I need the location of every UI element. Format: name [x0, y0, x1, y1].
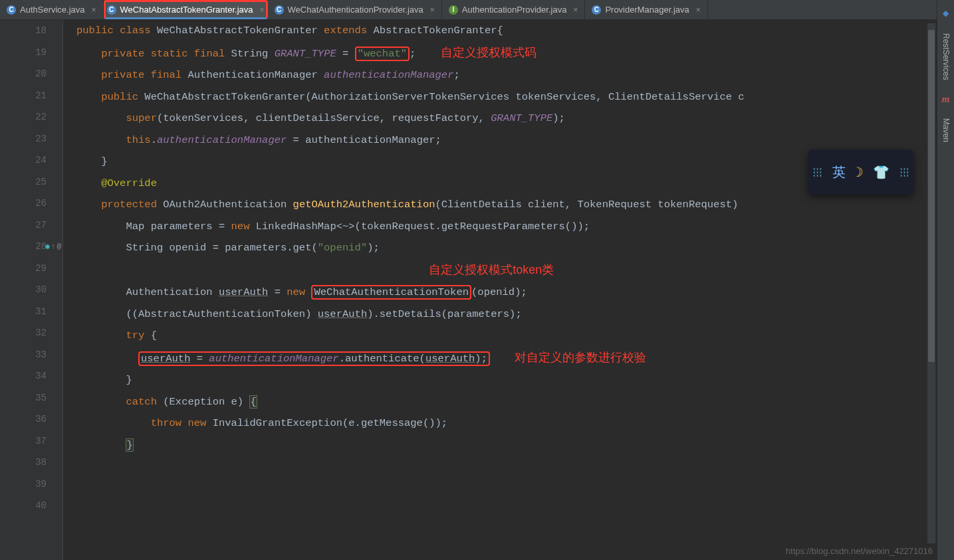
moon-icon[interactable]: ☽: [855, 164, 863, 181]
code-line: try {: [76, 325, 954, 347]
logo-icon: ◆: [943, 7, 949, 20]
code-line: String openid = parameters.get("openid")…: [76, 237, 954, 259]
line-number: 28◉↑@: [0, 236, 47, 258]
chevron-right-icon: ›››››››››: [899, 167, 909, 177]
code-line: super(tokenServices, clientDetailsServic…: [76, 108, 954, 130]
line-number: 25: [0, 171, 47, 193]
chevron-left-icon: ‹‹‹‹‹‹‹‹‹: [812, 167, 822, 177]
vertical-scrollbar[interactable]: [927, 23, 935, 543]
close-icon[interactable]: ×: [260, 5, 265, 15]
line-number: 22: [0, 106, 47, 128]
right-tool-window-bar: ◆ RestServices m Maven: [937, 0, 954, 560]
close-icon[interactable]: ×: [92, 5, 96, 15]
line-number: 38: [0, 452, 47, 474]
code-editor[interactable]: public class WeChatAbstractTokenGranter …: [63, 20, 954, 560]
code-line: }: [76, 434, 954, 456]
code-line: Map parameters = new LinkedHashMap<~>(to…: [76, 216, 954, 238]
class-icon: C: [7, 5, 16, 15]
tab-label: WeChatAbstractTokenGranter.java: [120, 5, 253, 15]
interface-icon: I: [449, 5, 458, 15]
close-icon[interactable]: ×: [430, 5, 435, 15]
code-line: 自定义授权模式token类: [76, 259, 954, 282]
line-number: 23: [0, 128, 47, 150]
line-number: 30: [0, 279, 47, 301]
class-icon: C: [592, 5, 601, 15]
line-number: 36: [0, 409, 47, 430]
code-line: public class WeChatAbstractTokenGranter …: [76, 20, 954, 42]
line-number: 26: [0, 193, 47, 215]
class-icon: C: [275, 5, 284, 15]
line-number: 29: [0, 258, 47, 280]
code-line: throw new InvalidGrantException(e.getMes…: [76, 413, 954, 434]
line-number: 39: [0, 474, 47, 496]
code-line: ((AbstractAuthenticationToken) userAuth)…: [76, 304, 954, 326]
line-number: 20: [0, 63, 47, 85]
editor-tabs: C AuthService.java × C WeChatAbstractTok…: [0, 0, 954, 20]
tab-label: ProviderManager.java: [605, 5, 689, 15]
code-line: Authentication userAuth = new WeChatAuth…: [76, 282, 954, 304]
line-number: 40: [0, 495, 47, 517]
line-number: 31: [0, 301, 47, 323]
scrollbar-thumb[interactable]: [928, 30, 935, 362]
ime-floating-widget[interactable]: ‹‹‹‹‹‹‹‹‹ 英 ☽ 👕 ›››››››››: [808, 149, 914, 195]
tab-authservice[interactable]: C AuthService.java ×: [0, 0, 104, 19]
code-line: private final AuthenticationManager auth…: [76, 64, 954, 86]
override-gutter-icon[interactable]: ◉↑@: [45, 236, 61, 258]
line-number: 33: [0, 344, 47, 366]
code-line: userAuth = authenticationManager.authent…: [76, 347, 954, 370]
tab-label: AuthService.java: [20, 5, 85, 15]
line-number: 18: [0, 20, 47, 42]
line-number: 19: [0, 42, 47, 64]
skin-icon[interactable]: 👕: [873, 164, 890, 181]
tab-auth-provider[interactable]: I AuthenticationProvider.java ×: [442, 0, 586, 19]
line-number: 37: [0, 430, 47, 452]
close-icon[interactable]: ×: [696, 5, 701, 15]
editor-area: 1819202122232425262728◉↑@293031323334353…: [0, 20, 954, 560]
tab-label: WeChatAuthenticationProvider.java: [288, 5, 423, 15]
tab-provider-manager[interactable]: C ProviderManager.java ×: [585, 0, 707, 19]
ime-lang-indicator[interactable]: 英: [832, 163, 846, 181]
code-line: catch (Exception e) {: [76, 391, 954, 413]
maven-icon: m: [942, 94, 950, 105]
tool-restservices[interactable]: RestServices: [941, 33, 951, 80]
code-line: protected OAuth2Authentication getOAuth2…: [76, 194, 954, 216]
code-line: private static final String GRANT_TYPE =…: [76, 42, 954, 65]
close-icon[interactable]: ×: [573, 5, 578, 15]
class-icon: C: [107, 5, 116, 15]
tab-label: AuthenticationProvider.java: [462, 5, 567, 15]
gutter: 1819202122232425262728◉↑@293031323334353…: [0, 20, 63, 560]
code-line: }: [76, 369, 954, 391]
code-line: this.authenticationManager = authenticat…: [76, 130, 954, 151]
line-number: 35: [0, 387, 47, 409]
line-number: 32: [0, 322, 47, 344]
tool-maven[interactable]: Maven: [941, 118, 951, 142]
line-number: 34: [0, 365, 47, 387]
line-number: 27: [0, 215, 47, 236]
tab-wechat-granter[interactable]: C WeChatAbstractTokenGranter.java ×: [104, 0, 268, 19]
line-number: 24: [0, 149, 47, 171]
code-line: public WeChatAbstractTokenGranter(Author…: [76, 86, 954, 108]
tab-wechat-provider[interactable]: C WeChatAuthenticationProvider.java ×: [268, 0, 442, 19]
watermark-text: https://blog.csdn.net/weixin_42271016: [786, 546, 933, 556]
line-number: 21: [0, 85, 47, 107]
